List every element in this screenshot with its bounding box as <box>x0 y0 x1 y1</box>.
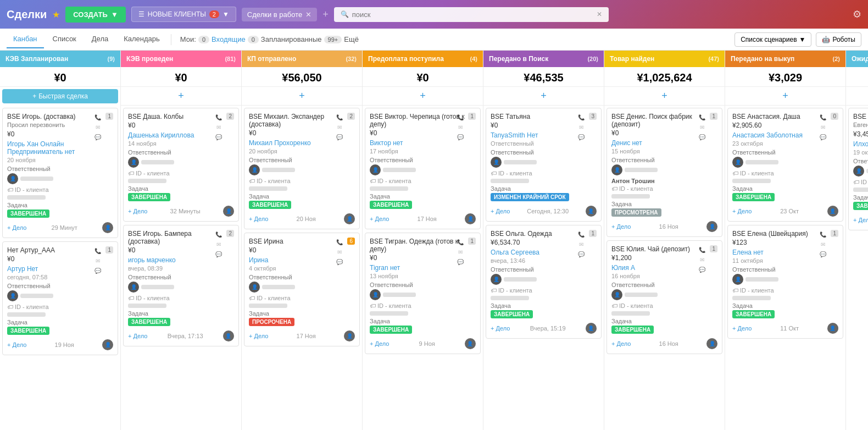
chat-icon[interactable]: 💬 <box>698 265 706 274</box>
email-icon[interactable]: ✉ <box>214 123 223 131</box>
settings-icon[interactable]: ⚙ <box>853 8 861 20</box>
card-contact[interactable]: Илхом <box>853 140 868 148</box>
scenario-button[interactable]: Список сценариев ▼ <box>735 32 811 47</box>
email-icon[interactable]: ✉ <box>335 247 344 256</box>
nav-tasks[interactable]: Дела <box>85 30 115 48</box>
filter-button[interactable]: ☰ НОВЫЕ КЛИЕНТЫ 2 ▼ <box>131 7 236 22</box>
planned-label[interactable]: Запланированные <box>261 35 322 43</box>
phone-icon[interactable]: 📞 <box>819 230 827 239</box>
deal-card[interactable]: 1 📞 ✉ 💬 BSE Ольга. Одежда ¥6,534.70 Ольг… <box>486 225 602 339</box>
phone-icon[interactable]: 📞 <box>214 230 223 239</box>
email-icon[interactable]: ✉ <box>819 123 827 131</box>
email-icon[interactable]: ✉ <box>214 240 223 249</box>
add-task-link[interactable]: + Дело <box>249 333 268 339</box>
deal-card[interactable]: 0 📞 ✉ 💬 BSE Анастасия. Даша ¥2,905.60 Ан… <box>727 108 843 222</box>
create-dropdown-arrow[interactable]: ▼ <box>111 10 118 19</box>
chat-icon[interactable]: 💬 <box>214 250 223 258</box>
deal-card[interactable]: 2 📞 ✉ 💬 BSE Игорь. Бампера (доставка) ¥0… <box>123 225 239 346</box>
deal-card[interactable]: 📞 ✉ 💬 BSE Евгени ¥3,453 Илхом 19 окт Отв… <box>848 108 868 230</box>
deal-card[interactable]: 6 📞 ✉ 💬 BSE Ирина ¥0 Ирина 4 октября Отв… <box>244 233 360 346</box>
phone-icon[interactable]: 📞 <box>698 113 706 122</box>
add-task-link[interactable]: + Дело <box>7 341 26 348</box>
phone-icon[interactable]: 📞 <box>577 113 586 122</box>
chat-icon[interactable]: 💬 <box>456 133 465 141</box>
nav-kanban[interactable]: Канбан <box>7 30 44 48</box>
add-tab-icon[interactable]: + <box>322 9 329 20</box>
add-task-link[interactable]: + Дело <box>370 340 389 347</box>
phone-icon[interactable]: 📞 <box>93 246 102 255</box>
chat-icon[interactable]: 💬 <box>577 250 586 258</box>
more-label[interactable]: Ещё <box>344 35 359 43</box>
search-input[interactable] <box>352 10 593 19</box>
deal-card[interactable]: 1 📞 ✉ 💬 BSE Денис. Поиск фабрик (депозит… <box>607 108 722 237</box>
chat-icon[interactable]: 💬 <box>819 250 827 258</box>
phone-icon[interactable]: 📞 <box>456 113 465 122</box>
add-task-link[interactable]: + Дело <box>732 325 752 332</box>
chat-icon[interactable]: 💬 <box>819 133 827 141</box>
nav-calendar[interactable]: Календарь <box>117 30 166 48</box>
phone-icon[interactable]: 📞 <box>819 113 827 122</box>
chat-icon[interactable]: 💬 <box>335 257 344 266</box>
email-icon[interactable]: ✉ <box>819 240 827 249</box>
email-icon[interactable]: ✉ <box>456 247 465 256</box>
search-clear-icon[interactable]: ✕ <box>597 10 602 18</box>
robots-button[interactable]: 🤖 Роботы <box>816 32 861 47</box>
email-icon[interactable]: ✉ <box>93 123 102 131</box>
chat-icon[interactable]: 💬 <box>93 133 102 141</box>
deal-card[interactable]: 1 📞 ✉ 💬 BSE Юлия. Чай (депозит) ¥1,200 Ю… <box>607 240 722 354</box>
email-icon[interactable]: ✉ <box>93 256 102 265</box>
add-deal-btn-kp-sent[interactable]: + <box>242 87 362 106</box>
add-task-link[interactable]: + Дело <box>370 216 389 222</box>
add-task-link[interactable]: + Дело <box>491 208 510 214</box>
add-deal-btn-kev-done[interactable]: + <box>121 87 241 106</box>
phone-icon[interactable]: 📞 <box>456 238 465 246</box>
incoming-label[interactable]: Входящие <box>212 35 246 43</box>
email-icon[interactable]: ✉ <box>456 123 465 131</box>
email-icon[interactable]: ✉ <box>577 240 586 249</box>
phone-icon[interactable]: 📞 <box>577 230 586 239</box>
add-deal-btn-buyout[interactable]: + <box>725 87 845 106</box>
phone-icon[interactable]: 📞 <box>93 113 102 122</box>
add-task-link[interactable]: + Дело <box>732 208 752 214</box>
add-task-link[interactable]: + Дело <box>853 217 868 223</box>
add-deal-btn-waiting[interactable]: + <box>846 87 868 106</box>
deal-card[interactable]: 2 📞 ✉ 💬 BSE Михаил. Экспандер (доставка)… <box>244 108 360 229</box>
phone-icon[interactable]: 📞 <box>214 113 223 122</box>
add-task-link[interactable]: + Дело <box>128 333 147 339</box>
add-task-link[interactable]: + Дело <box>128 208 147 214</box>
deal-card[interactable]: 1 📞 ✉ 💬 BSE Игорь. (доставка) Просил пер… <box>2 108 118 238</box>
deal-card[interactable]: 2 📞 ✉ 💬 BSE Даша. Колбы ¥0 Дашенька Кири… <box>123 108 239 222</box>
tab-close-icon[interactable]: ✕ <box>305 10 311 19</box>
add-task-link[interactable]: + Дело <box>7 224 26 231</box>
add-deal-btn-found[interactable]: + <box>604 87 725 106</box>
deal-card[interactable]: 1 📞 ✉ 💬 BSE Виктор. Черепица (готов к де… <box>365 108 481 229</box>
create-button[interactable]: СОЗДАТЬ ▼ <box>65 7 125 23</box>
email-icon[interactable]: ✉ <box>577 123 586 131</box>
chat-icon[interactable]: 💬 <box>456 257 465 266</box>
add-task-link[interactable]: + Дело <box>611 340 631 347</box>
deal-card[interactable]: 1 📞 ✉ 💬 BSE Тигран. Одежда (готов к депу… <box>365 233 481 354</box>
deal-card[interactable]: 3 📞 ✉ 💬 BSE Татьяна ¥0 TanyaSmith Нет От… <box>486 108 602 222</box>
add-task-link[interactable]: + Дело <box>491 325 510 332</box>
add-deal-btn-prepay[interactable]: + <box>363 87 483 106</box>
chat-icon[interactable]: 💬 <box>214 133 223 141</box>
add-deal-btn-search[interactable]: + <box>483 87 604 106</box>
phone-icon[interactable]: 📞 <box>698 245 706 254</box>
chat-icon[interactable]: 💬 <box>335 133 344 141</box>
star-icon[interactable]: ★ <box>52 9 60 20</box>
chat-icon[interactable]: 💬 <box>577 133 586 141</box>
add-task-link[interactable]: + Дело <box>249 216 268 222</box>
add-task-link[interactable]: + Дело <box>611 223 631 230</box>
nav-list[interactable]: Список <box>46 30 83 48</box>
chat-icon[interactable]: 💬 <box>93 266 102 275</box>
email-icon[interactable]: ✉ <box>698 123 706 131</box>
deal-card[interactable]: 1 📞 ✉ 💬 Нет Артур_ААА ¥0 Артур Нет сегод… <box>2 241 118 355</box>
quick-deal-button[interactable]: + Быстрая сделка <box>2 89 118 103</box>
phone-icon[interactable]: 📞 <box>335 238 344 246</box>
phone-icon[interactable]: 📞 <box>335 113 344 122</box>
email-icon[interactable]: ✉ <box>698 255 706 264</box>
card-contact[interactable]: Игорь Хан Онлайн Предприниматель нет <box>7 140 113 156</box>
deal-card[interactable]: 1 📞 ✉ 💬 BSE Елена (Швейцария) ¥123 Елена… <box>727 225 843 339</box>
chat-icon[interactable]: 💬 <box>698 133 706 141</box>
email-icon[interactable]: ✉ <box>335 123 344 131</box>
